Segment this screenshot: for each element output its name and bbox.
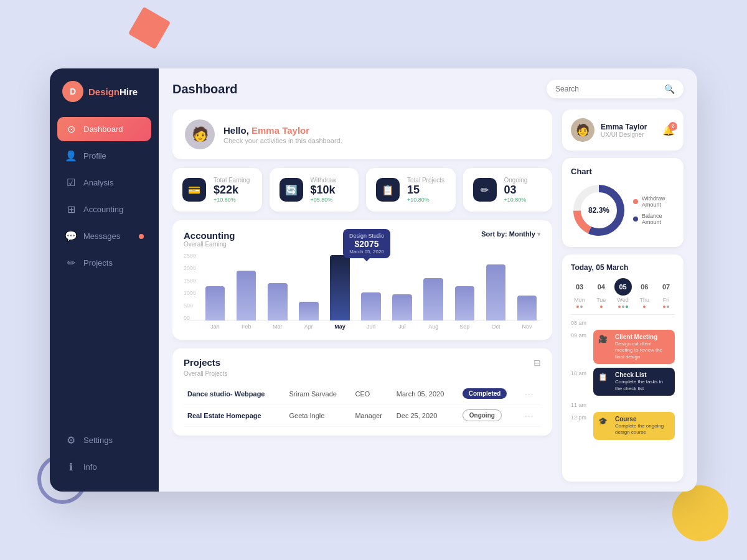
day-dots-tue [600, 306, 603, 308]
dot [618, 306, 621, 308]
sidebar-item-messages[interactable]: 💬 Messages [57, 224, 151, 248]
accounting-icon: ⊞ [65, 203, 77, 215]
event-client-meeting[interactable]: 🎥 Client Meeting Design cut client meeti… [593, 330, 675, 364]
event-checklist[interactable]: 📋 Check List Complete the tasks in the c… [593, 368, 675, 396]
project-more[interactable]: ··· [521, 383, 541, 404]
user-role: UX/UI Designer [601, 131, 656, 138]
day-name-thu: Thu [639, 297, 649, 303]
day-name-wed: Wed [617, 297, 628, 303]
logo-text: DesignHire [88, 86, 138, 97]
donut-percent-text: 82.3% [588, 206, 609, 215]
day-num-05[interactable]: 05 [614, 278, 632, 296]
day-num-04[interactable]: 04 [593, 278, 610, 296]
main-content: Dashboard 🔍 🧑 Hello, Emma Taylor Check y… [159, 68, 697, 492]
stat-label: Total Projects [407, 177, 444, 184]
bar-nov [513, 296, 541, 320]
project-role: Manager [351, 404, 392, 427]
bar-chart-area: 250020001500100050000 Design Studio $207… [184, 253, 541, 330]
app-container: D DesignHire ⊙ Dashboard 👤 Profile ☑ Ana… [50, 68, 697, 492]
calendar-title: Today, 05 March [571, 263, 675, 272]
stat-card-earning: 💳 Total Earning $22k +10.80% [172, 168, 262, 212]
timeline: 08 am 09 am 🎥 Client Meeting Design cut … [571, 317, 675, 440]
sidebar-item-analysis[interactable]: ☑ Analysis [57, 170, 151, 195]
messages-icon: 💬 [65, 230, 77, 242]
sidebar-item-label: Projects [83, 258, 113, 268]
profile-icon: 👤 [65, 150, 77, 162]
day-col-fri: 07 Fri [657, 278, 675, 308]
dashboard-icon: ⊙ [65, 123, 77, 135]
dot [600, 306, 603, 308]
x-labels: Jan Feb Mar Apr May Jun Jul Aug Sep Oct … [184, 324, 541, 330]
donut-wrap: 82.3% WithdrawAmount BalanceAmount [571, 182, 675, 238]
x-label-jul: Jul [388, 324, 416, 330]
event-title: Course [615, 416, 670, 422]
page-title: Dashboard [172, 82, 540, 96]
sidebar-item-settings[interactable]: ⚙ Settings [57, 428, 151, 452]
camera-icon: 🎥 [598, 335, 608, 343]
sidebar-item-info[interactable]: ℹ Info [57, 455, 151, 479]
donut-chart-title: Chart [571, 167, 675, 176]
dot [622, 306, 624, 308]
deco-square [128, 7, 171, 49]
hello-text: Hello, Emma Taylor Check your activities… [223, 125, 342, 144]
tooltip-value: $2075 [349, 239, 384, 249]
search-input[interactable] [555, 85, 659, 93]
left-panel: 🧑 Hello, Emma Taylor Check your activiti… [172, 110, 552, 482]
stat-value: 15 [407, 184, 444, 197]
project-more[interactable]: ··· [521, 404, 541, 427]
user-name: Emma Taylor [601, 123, 656, 131]
sort-by-button[interactable]: Sort by: Monthly ▾ [481, 230, 541, 238]
stat-label: Total Earning [214, 177, 250, 184]
project-status: Completed [459, 383, 521, 404]
avatar: 🧑 [571, 118, 594, 142]
day-col-thu: 06 Thu [636, 278, 653, 308]
x-label-nov: Nov [513, 324, 541, 330]
table-row: Dance studio- Webpage Sriram Sarvade CEO… [184, 383, 541, 404]
day-num-03[interactable]: 03 [571, 278, 588, 296]
filter-icon[interactable]: ⊟ [533, 358, 541, 368]
deco-yellow-circle [672, 485, 728, 541]
project-name: Real Estate Homepage [184, 404, 286, 427]
sidebar-item-accounting[interactable]: ⊞ Accounting [57, 197, 151, 222]
time-label: 10 am [571, 368, 588, 376]
bar-may[interactable] [326, 255, 354, 320]
projects-icon: ✏ [65, 257, 77, 269]
chart-title-group: Accounting Overall Earning [184, 230, 235, 248]
search-icon: 🔍 [664, 84, 675, 94]
bar-aug [420, 278, 448, 320]
day-num-06[interactable]: 06 [636, 278, 653, 296]
notification-bell-wrap: 🔔 2 [662, 124, 675, 136]
nav-items: ⊙ Dashboard 👤 Profile ☑ Analysis ⊞ Accou… [50, 117, 159, 428]
event-course[interactable]: 🎓 Course Complete the ongoing design cou… [593, 412, 675, 440]
day-col-wed: 05 Wed [614, 278, 632, 308]
legend-item-balance: BalanceAmount [633, 213, 665, 225]
event-desc: Design cut client meeting to review the … [615, 341, 670, 360]
x-label-apr: Apr [294, 324, 322, 330]
bar-mar [263, 283, 291, 320]
project-date: March 05, 2020 [393, 383, 459, 404]
x-label-jun: Jun [357, 324, 385, 330]
day-num-07[interactable]: 07 [657, 278, 675, 296]
chart-legend: WithdrawAmount BalanceAmount [633, 195, 665, 225]
sidebar-item-label: Info [83, 462, 97, 472]
stat-value: 03 [504, 184, 528, 197]
greeting-text: Hello, Emma Taylor [223, 125, 342, 136]
content-area: 🧑 Hello, Emma Taylor Check your activiti… [159, 110, 697, 492]
day-name-fri: Fri [663, 297, 670, 303]
projects-title: Projects [184, 357, 220, 368]
day-col-tue: 04 Tue [593, 278, 610, 308]
event-desc: Complete the tasks in the check list [615, 379, 670, 392]
legend-label-withdraw: WithdrawAmount [642, 195, 665, 208]
sidebar-item-dashboard[interactable]: ⊙ Dashboard [57, 117, 151, 141]
bar-jun [357, 292, 385, 320]
sidebar-item-profile[interactable]: 👤 Profile [57, 144, 151, 168]
sidebar-item-projects[interactable]: ✏ Projects [57, 251, 151, 275]
y-axis: 250020001500100050000 [184, 253, 196, 321]
timeline-row-11am: 11 am [571, 399, 675, 408]
notification-badge: 2 [669, 122, 677, 131]
x-label-sep: Sep [451, 324, 479, 330]
legend-label-balance: BalanceAmount [642, 213, 662, 225]
stat-change: +10.80% [214, 197, 250, 203]
x-label-mar: Mar [263, 324, 291, 330]
bar-tooltip: Design Studio $2075 March 05, 2020 [343, 229, 390, 258]
